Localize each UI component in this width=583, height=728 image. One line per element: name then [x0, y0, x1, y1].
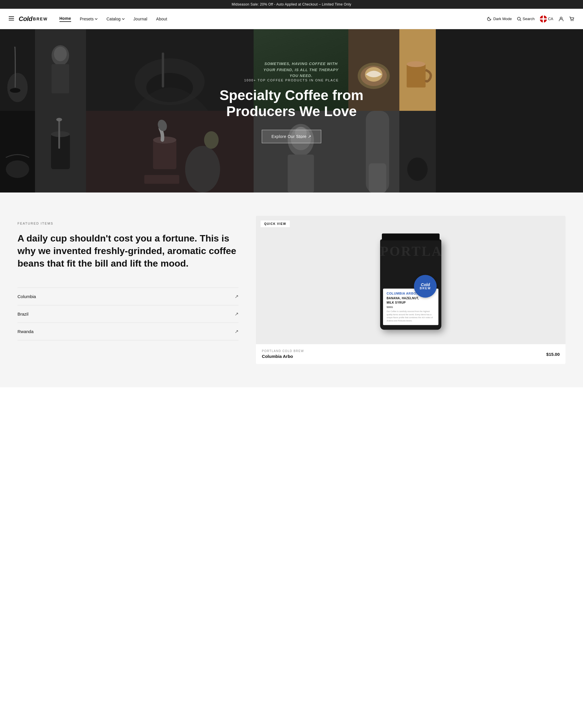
- list-item-brazil[interactable]: Brazil ↗: [18, 305, 239, 323]
- svg-line-4: [520, 20, 521, 21]
- flag-icon: [540, 16, 547, 23]
- arrow-icon-brazil: ↗: [235, 311, 239, 317]
- arrow-icon-rwanda: ↗: [235, 329, 239, 334]
- svg-point-30: [407, 61, 425, 67]
- bag-top-fold: [382, 234, 440, 241]
- mosaic-cell-last: [399, 111, 436, 192]
- hero-section: Sometimes, having coffee with your frien…: [0, 29, 583, 192]
- product-image-area: PORTLAND Cold BREW COLUMBIA ARBO, BANANA…: [256, 216, 565, 344]
- svg-point-32: [6, 160, 29, 178]
- menu-icon[interactable]: [9, 16, 14, 22]
- bag-watermark: PORTLAND: [380, 243, 441, 259]
- announcement-text: Midseason Sale: 20% Off - Auto Applied a…: [232, 2, 351, 6]
- main-nav: Home Presets Catalog Journal About: [59, 16, 487, 22]
- svg-point-15: [10, 88, 20, 93]
- mosaic-cell-center: [86, 29, 254, 111]
- svg-point-37: [56, 118, 62, 121]
- svg-rect-52: [369, 163, 386, 192]
- cart-button[interactable]: [569, 16, 574, 22]
- dark-mode-button[interactable]: Dark Mode: [487, 17, 512, 21]
- svg-rect-2: [9, 20, 14, 20]
- product-price: $15.00: [546, 352, 560, 357]
- featured-label: Featured Items: [18, 222, 239, 225]
- nav-home[interactable]: Home: [59, 16, 71, 22]
- nav-catalog[interactable]: Catalog: [106, 17, 124, 21]
- mosaic-cell-quote: Sometimes, having coffee with your frien…: [254, 29, 348, 111]
- featured-title: A daily cup shouldn't cost you a fortune…: [18, 232, 239, 270]
- svg-rect-0: [9, 16, 14, 17]
- featured-list: Columbia ↗ Brazil ↗ Rwanda ↗: [18, 288, 239, 340]
- product-info-bar: Portland Cold Brew Columbia Arbo $15.00: [256, 344, 565, 364]
- mosaic-cell-2: [35, 29, 86, 111]
- mosaic-cell-1: [0, 29, 35, 111]
- svg-rect-29: [407, 64, 425, 87]
- svg-rect-34: [51, 134, 70, 169]
- svg-point-13: [7, 73, 28, 102]
- svg-point-19: [54, 47, 67, 61]
- logo[interactable]: Cold BREW: [19, 15, 48, 23]
- svg-rect-31: [0, 111, 35, 192]
- country-code: CA: [548, 17, 553, 21]
- product-details: Portland Cold Brew Columbia Arbo: [262, 349, 304, 359]
- bag-logo-line1: Cold: [421, 283, 430, 287]
- nav-about[interactable]: About: [156, 17, 167, 21]
- header: Cold BREW Home Presets Catalog Journal A…: [0, 9, 583, 29]
- svg-point-40: [153, 136, 176, 144]
- svg-rect-8: [543, 16, 544, 23]
- mosaic-cell-stir: [35, 111, 86, 192]
- logo-script: Cold: [19, 15, 32, 23]
- mosaic-cell-mug: [399, 29, 436, 111]
- svg-rect-47: [288, 155, 314, 192]
- mosaic-cell-dark: [0, 111, 35, 192]
- svg-point-43: [185, 146, 220, 192]
- quick-view-badge[interactable]: Quick View: [260, 220, 290, 227]
- list-item-rwanda[interactable]: Rwanda ↗: [18, 323, 239, 340]
- arrow-icon-columbia: ↗: [235, 294, 239, 299]
- svg-point-35: [51, 131, 70, 137]
- svg-point-10: [571, 20, 572, 21]
- svg-point-11: [573, 20, 573, 21]
- mosaic-cell-latte: [348, 29, 399, 111]
- nav-presets[interactable]: Presets: [80, 17, 98, 21]
- mosaic-cell-arm: [348, 111, 399, 192]
- svg-rect-36: [58, 120, 60, 149]
- mosaic-cell-pour: [86, 111, 254, 192]
- svg-point-3: [518, 17, 520, 20]
- account-button[interactable]: [558, 16, 564, 22]
- featured-left-column: Featured Items A daily cup shouldn't cos…: [18, 216, 239, 340]
- announcement-bar: Midseason Sale: 20% Off - Auto Applied a…: [0, 0, 583, 9]
- svg-point-54: [407, 157, 427, 181]
- bag-label-weight: 500G: [387, 306, 435, 309]
- bag-body: PORTLAND Cold BREW COLUMBIA ARBO, BANANA…: [380, 239, 441, 330]
- bag-logo-line2: BREW: [420, 287, 431, 290]
- product-card: Quick View PORTLAND Cold BREW: [256, 216, 565, 364]
- nav-journal[interactable]: Journal: [134, 17, 147, 21]
- svg-rect-42: [144, 175, 179, 184]
- svg-rect-23: [162, 52, 164, 87]
- country-selector[interactable]: CA: [540, 16, 553, 23]
- bag-circle-logo: Cold BREW: [414, 275, 437, 298]
- mosaic-cell-person: [254, 111, 348, 192]
- product-brand-name: Portland Cold Brew: [262, 349, 304, 353]
- coffee-bag: PORTLAND Cold BREW COLUMBIA ARBO, BANANA…: [373, 228, 449, 338]
- hero-mosaic-grid: Sometimes, having coffee with your frien…: [0, 29, 583, 192]
- hero-cta-button[interactable]: Explore Our Store ↗: [262, 130, 321, 143]
- svg-rect-1: [9, 18, 14, 19]
- bag-label-small-text: Our Coffee is carefully sourced from the…: [387, 310, 435, 322]
- search-button[interactable]: Search: [517, 17, 535, 21]
- list-item-columbia[interactable]: Columbia ↗: [18, 288, 239, 305]
- svg-rect-18: [52, 64, 69, 93]
- featured-section: Featured Items A daily cup shouldn't cos…: [0, 192, 583, 387]
- product-main-name[interactable]: Columbia Arbo: [262, 354, 304, 359]
- hero-quote-text: Sometimes, having coffee with your frien…: [260, 61, 341, 79]
- header-actions: Dark Mode Search CA: [487, 16, 574, 23]
- logo-brew: BREW: [33, 17, 48, 21]
- svg-rect-39: [153, 140, 176, 169]
- svg-point-44: [204, 131, 219, 149]
